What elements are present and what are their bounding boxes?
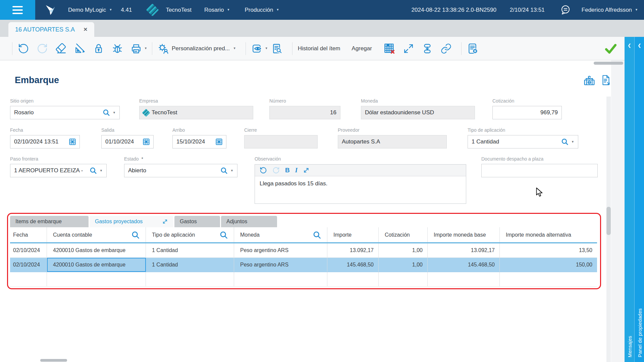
observacion-text[interactable]: Llega pasados los 15 días.	[255, 176, 466, 191]
workflow-button[interactable]	[422, 43, 433, 54]
user-menu[interactable]: Federico Alfredsson ▼	[582, 7, 638, 13]
document-export-icon[interactable]	[600, 74, 612, 86]
table-cell[interactable]: 1 Cantidad	[146, 258, 234, 272]
table-cell[interactable]: 13.092,17	[428, 243, 500, 257]
product-menu[interactable]: Demo MyLogic ▼	[68, 7, 112, 13]
calendar-icon[interactable]	[143, 138, 150, 145]
search-icon[interactable]	[90, 167, 97, 174]
column-header[interactable]: Importe moneda base	[428, 227, 500, 242]
calendar-icon[interactable]	[216, 138, 222, 145]
search-icon[interactable]	[220, 231, 228, 239]
column-header[interactable]: Importe moneda alternativa	[500, 227, 597, 242]
documento-despacho-field[interactable]	[481, 164, 598, 177]
tab-items-de-embarque[interactable]: Items de embarque	[10, 216, 89, 227]
chevron-down-icon[interactable]: ▼	[571, 140, 574, 143]
sitio-origen-field[interactable]: Rosario ▼	[10, 106, 120, 119]
observacion-editor[interactable]: B I Llega pasados los 15 días.	[255, 164, 466, 204]
close-icon[interactable]: ✕	[83, 26, 88, 33]
expand-icon[interactable]	[162, 219, 168, 225]
scrollbar-thumb[interactable]	[594, 62, 623, 65]
main-menu-button[interactable]	[0, 0, 35, 20]
item-history-button[interactable]: Historial del ítem	[298, 45, 340, 52]
column-header[interactable]: Importe	[327, 227, 379, 242]
personalization-menu[interactable]: Personalización pred... ▼	[158, 43, 236, 54]
column-header[interactable]: Cotización	[379, 227, 428, 242]
clear-button[interactable]	[55, 43, 67, 54]
table-cell[interactable]: Peso argentino ARS	[234, 258, 327, 272]
properties-panel-strip[interactable]: ❮ Panel de propiedades	[635, 37, 644, 362]
table-row-selected[interactable]: 02/10/2024 4200010 Gastos de embarque 1 …	[10, 258, 597, 272]
cotizacion-field[interactable]: 969,79	[492, 106, 562, 119]
link-button[interactable]	[440, 43, 452, 54]
container-icon[interactable]	[583, 74, 596, 87]
chevron-down-icon[interactable]: ▼	[100, 169, 103, 172]
table-cell-empty[interactable]	[327, 272, 379, 286]
chevron-down-icon[interactable]: ▼	[230, 169, 233, 172]
table-cell-empty[interactable]	[234, 272, 327, 286]
table-cell-empty[interactable]	[428, 272, 500, 286]
italic-button[interactable]: I	[295, 167, 298, 174]
column-header[interactable]: Fecha	[10, 227, 47, 242]
table-cell[interactable]: 145.468,50	[428, 258, 500, 272]
chevron-down-icon[interactable]: ▼	[113, 111, 116, 114]
search-icon[interactable]	[131, 231, 140, 239]
tab-gastos-proyectados[interactable]: Gastos proyectados	[90, 216, 173, 227]
environment-menu[interactable]: Producción ▼	[245, 7, 279, 13]
document-tab[interactable]: 16 AUTOPARTES S.A ✕	[8, 22, 94, 37]
print-button[interactable]: ▼	[130, 43, 147, 54]
site-menu[interactable]: Rosario ▼	[204, 7, 230, 13]
lock-button[interactable]	[93, 43, 104, 54]
debug-button[interactable]	[112, 43, 123, 54]
redo-icon[interactable]	[272, 167, 280, 174]
maximize-button[interactable]	[403, 43, 414, 54]
fecha-field[interactable]: 02/10/2024 13:51	[10, 135, 80, 148]
table-cell-empty[interactable]	[500, 272, 597, 286]
table-cell-empty[interactable]	[379, 272, 428, 286]
column-header[interactable]: Moneda	[234, 227, 327, 242]
estado-field[interactable]: Abierto ▼	[124, 164, 237, 177]
clear-list-button[interactable]	[467, 43, 478, 54]
search-icon[interactable]	[313, 231, 321, 239]
table-cell-empty[interactable]	[47, 272, 146, 286]
salida-field[interactable]: 01/10/2024	[101, 135, 154, 148]
add-button[interactable]: Agregar	[352, 45, 372, 52]
table-row[interactable]: 02/10/2024 4200010 Gastos de embarque 1 …	[10, 243, 597, 258]
table-cell[interactable]: 4200010 Gastos de embarque	[47, 243, 146, 257]
table-cell[interactable]: Peso argentino ARS	[234, 243, 327, 257]
table-cell-empty[interactable]	[146, 272, 234, 286]
table-cell[interactable]: 02/10/2024	[10, 243, 47, 257]
chat-icon[interactable]	[559, 4, 572, 16]
table-cell[interactable]: 1,00	[379, 243, 428, 257]
paso-frontera-field[interactable]: 1 AEROPUERTO EZEIZA - ▼	[10, 164, 107, 177]
column-header[interactable]: Tipo de aplicación	[146, 227, 234, 242]
table-row-empty[interactable]	[10, 272, 597, 287]
table-cell[interactable]: 1,00	[379, 258, 428, 272]
undo-icon[interactable]	[260, 167, 267, 174]
table-cell[interactable]: 02/10/2024	[10, 258, 47, 272]
bold-button[interactable]: B	[285, 167, 290, 174]
search-icon[interactable]	[561, 138, 569, 145]
preview-menu[interactable]: ▼	[251, 43, 268, 54]
redo-button[interactable]	[37, 43, 48, 54]
expand-icon[interactable]	[303, 167, 310, 174]
column-header[interactable]: Cuenta contable	[47, 227, 146, 242]
table-cell[interactable]: 13,50	[500, 243, 597, 257]
calendar-icon[interactable]	[69, 138, 76, 145]
table-cell[interactable]: 150,00	[500, 258, 597, 272]
table-cell[interactable]: 1 Cantidad	[146, 243, 234, 257]
search-icon[interactable]	[220, 167, 228, 174]
search-icon[interactable]	[103, 109, 110, 116]
horizontal-scrollbar-thumb[interactable]	[40, 359, 67, 362]
table-cell[interactable]: 145.468,50	[327, 258, 379, 272]
tab-gastos[interactable]: Gastos	[174, 216, 220, 227]
tab-adjuntos[interactable]: Adjuntos	[221, 216, 277, 227]
table-cell-focused[interactable]: 4200010 Gastos de embarque	[47, 258, 146, 272]
table-cell-empty[interactable]	[10, 272, 47, 286]
confirm-button[interactable]	[604, 42, 618, 55]
design-button[interactable]	[74, 43, 86, 54]
undo-button[interactable]	[18, 43, 29, 54]
tipo-aplicacion-field[interactable]: 1 Cantidad ▼	[468, 135, 578, 148]
arribo-field[interactable]: 15/10/2024	[172, 135, 226, 148]
remove-grid-button[interactable]	[383, 43, 395, 55]
table-cell[interactable]: 13.092,17	[327, 243, 379, 257]
